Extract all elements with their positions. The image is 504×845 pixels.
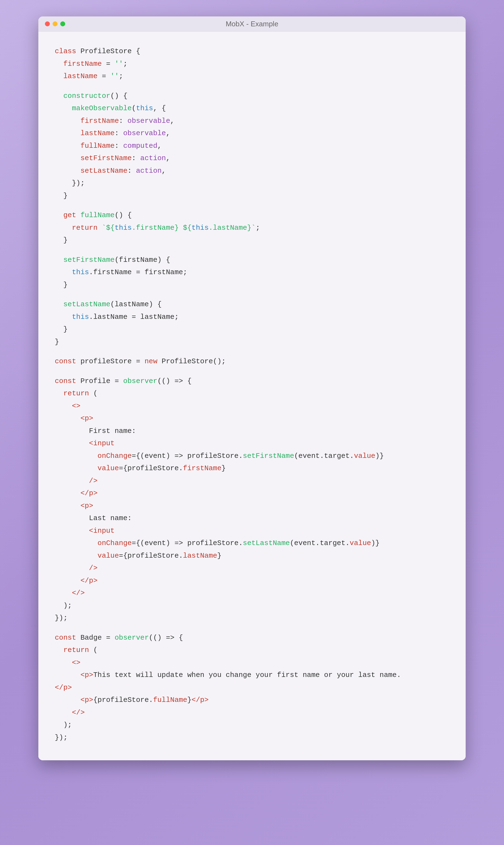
blank-line-29 (55, 368, 449, 375)
code-line-6: makeObservable(this, { (55, 102, 449, 115)
code-line-42: <input (55, 525, 449, 537)
code-line-25: } (55, 323, 449, 336)
code-line-53: <> (55, 657, 449, 669)
code-line-23: setLastName(lastName) { (55, 298, 449, 311)
code-line-13: } (55, 190, 449, 202)
code-editor: class ProfileStore { firstName = ''; las… (38, 32, 466, 760)
blank-line-50 (55, 624, 449, 632)
code-line-28: const profileStore = new ProfileStore(); (55, 355, 449, 368)
code-line-35: <input (55, 437, 449, 450)
code-line-2: firstName = ''; (55, 58, 449, 70)
titlebar: MobX - Example (38, 16, 466, 32)
code-line-12: }); (55, 177, 449, 190)
code-line-1: class ProfileStore { (55, 45, 449, 58)
code-line-55: </p> (55, 682, 449, 694)
window-title: MobX - Example (226, 20, 278, 28)
app-window: MobX - Example class ProfileStore { firs… (38, 16, 466, 760)
code-line-59: }); (55, 731, 449, 744)
blank-line-14 (55, 202, 449, 209)
blank-line-18 (55, 247, 449, 254)
blank-line-4 (55, 83, 449, 90)
code-line-15: get fullName() { (55, 209, 449, 222)
code-line-10: setFirstName: action, (55, 152, 449, 165)
code-line-11: setLastName: action, (55, 165, 449, 177)
code-line-16: return `${this.firstName} ${this.lastNam… (55, 222, 449, 235)
code-line-33: <p> (55, 412, 449, 425)
code-line-37: value={profileStore.firstName} (55, 462, 449, 475)
code-line-36: onChange={(event) => profileStore.setFir… (55, 450, 449, 463)
code-line-31: return ( (55, 387, 449, 400)
code-line-26: } (55, 336, 449, 348)
code-line-21: } (55, 279, 449, 291)
blank-line-22 (55, 291, 449, 298)
code-line-44: value={profileStore.lastName} (55, 550, 449, 562)
code-line-38: /> (55, 475, 449, 487)
code-line-30: const Profile = observer(() => { (55, 375, 449, 388)
code-line-17: } (55, 234, 449, 247)
code-line-19: setFirstName(firstName) { (55, 254, 449, 266)
code-line-54: <p>This text will update when you change… (55, 669, 449, 682)
code-line-7: firstName: observable, (55, 115, 449, 127)
code-line-40: <p> (55, 500, 449, 513)
blank-line-27 (55, 348, 449, 355)
code-line-5: constructor() { (55, 90, 449, 103)
traffic-lights (45, 21, 65, 26)
code-line-41: Last name: (55, 512, 449, 525)
code-line-43: onChange={(event) => profileStore.setLas… (55, 537, 449, 550)
code-line-51: const Badge = observer(() => { (55, 632, 449, 644)
code-line-39: </p> (55, 487, 449, 500)
code-line-9: fullName: computed, (55, 140, 449, 152)
close-button[interactable] (45, 21, 50, 26)
code-line-48: ); (55, 600, 449, 612)
code-line-56: <p>{profileStore.fullName}</p> (55, 694, 449, 707)
code-line-57: </> (55, 707, 449, 719)
code-line-52: return ( (55, 644, 449, 657)
code-line-49: }); (55, 612, 449, 624)
maximize-button[interactable] (60, 21, 65, 26)
code-line-47: </> (55, 587, 449, 600)
code-line-8: lastName: observable, (55, 127, 449, 140)
code-line-20: this.firstName = firstName; (55, 266, 449, 279)
code-line-24: this.lastName = lastName; (55, 311, 449, 324)
code-line-3: lastName = ''; (55, 70, 449, 83)
code-line-46: </p> (55, 575, 449, 587)
code-line-34: First name: (55, 425, 449, 437)
code-line-45: /> (55, 562, 449, 575)
code-line-58: ); (55, 719, 449, 731)
minimize-button[interactable] (53, 21, 57, 26)
code-line-32: <> (55, 400, 449, 413)
